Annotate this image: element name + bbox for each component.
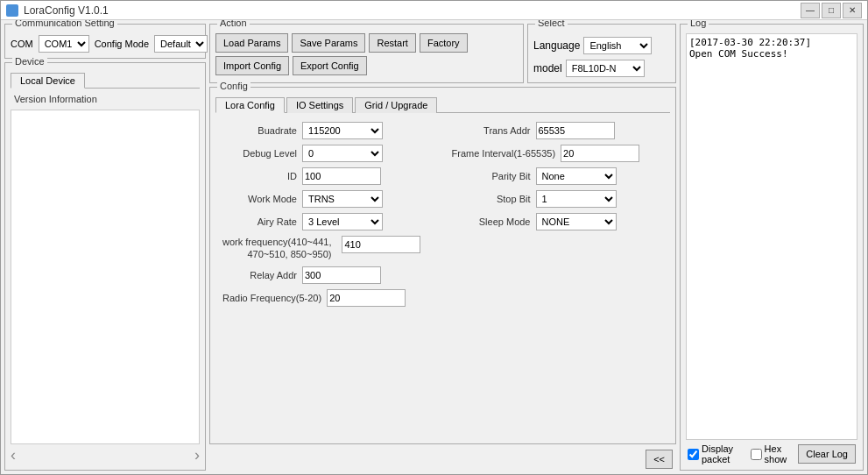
load-params-button[interactable]: Load Params <box>215 33 288 53</box>
log-content: [2017-03-30 22:20:37]Open COM Success! <box>686 33 857 440</box>
frame-interval-label: Frame Interval(1-65535) <box>452 148 556 159</box>
work-freq-label1: work frequency(410~441, <box>222 236 331 248</box>
grid-upgrade-tab[interactable]: Grid / Upgrade <box>355 97 437 113</box>
main-content: Communication Setting COM COM1 Config Mo… <box>1 20 867 474</box>
display-packet-checkbox[interactable] <box>688 449 699 460</box>
baudrate-row: Buadrate 115200 <box>222 122 434 139</box>
airy-rate-select[interactable]: 3 Level <box>302 213 383 230</box>
airy-rate-label: Airy Rate <box>222 216 297 227</box>
trans-addr-row: Trans Addr <box>452 122 664 139</box>
config-group-title: Config <box>217 81 251 91</box>
device-group-title: Device <box>12 56 47 67</box>
close-button[interactable]: ✕ <box>843 3 862 18</box>
sleep-mode-label: Sleep Mode <box>452 216 531 227</box>
baudrate-field-label: Buadrate <box>222 125 297 136</box>
title-bar: LoraConfig V1.0.1 — □ ✕ <box>1 1 867 20</box>
frame-interval-input[interactable] <box>561 145 639 162</box>
maximize-button[interactable]: □ <box>822 3 841 18</box>
device-tab-row: Local Device <box>11 72 200 89</box>
com-label: COM <box>11 39 33 49</box>
trans-addr-input[interactable] <box>536 122 615 139</box>
model-label: model <box>533 62 562 74</box>
save-params-button[interactable]: Save Params <box>292 33 365 53</box>
work-mode-select[interactable]: TRNS <box>302 190 383 208</box>
import-config-button[interactable]: Import Config <box>215 56 289 75</box>
baudrate-select[interactable]: 115200 <box>302 122 383 139</box>
log-footer: Display packet Hex show Clear Log <box>686 440 857 464</box>
parity-bit-select[interactable]: None <box>536 167 617 185</box>
display-packet-label: Display packet <box>702 443 744 464</box>
action-row2: Import Config Export Config <box>215 56 518 75</box>
radio-freq-input[interactable] <box>327 289 406 307</box>
id-label: ID <box>222 171 297 181</box>
main-window: LoraConfig V1.0.1 — □ ✕ Communication Se… <box>0 0 868 475</box>
sleep-mode-select[interactable]: NONE <box>536 213 617 230</box>
relay-addr-row: Relay Addr <box>222 266 434 284</box>
debug-level-row: Debug Level 0 <box>222 145 434 162</box>
select-fields: Language English model F8L10D-N <box>533 33 670 77</box>
relay-addr-label: Relay Addr <box>222 270 297 280</box>
restart-button[interactable]: Restart <box>369 33 415 53</box>
airy-rate-row: Airy Rate 3 Level <box>222 213 434 230</box>
frame-interval-row: Frame Interval(1-65535) <box>452 145 664 162</box>
clear-log-button[interactable]: Clear Log <box>798 444 856 464</box>
com-select[interactable]: COM1 <box>39 35 89 53</box>
config-group: Config Lora Config IO Settings Grid / Up… <box>209 87 676 444</box>
parity-bit-row: Parity Bit None <box>452 167 664 185</box>
display-packet-checkbox-label[interactable]: Display packet <box>688 443 744 464</box>
language-row: Language English <box>533 37 670 54</box>
hex-show-label: Hex show <box>765 443 792 464</box>
scroll-left-btn[interactable]: ‹ <box>11 446 16 464</box>
model-select[interactable]: F8L10D-N <box>566 60 645 77</box>
bottom-bar: << <box>209 448 676 471</box>
comm-group-title: Communication Setting <box>12 20 117 28</box>
relay-addr-input[interactable] <box>302 266 381 284</box>
parity-bit-label: Parity Bit <box>452 171 531 181</box>
hex-show-checkbox[interactable] <box>751 449 762 460</box>
config-tab-row: Lora Config IO Settings Grid / Upgrade <box>215 96 670 113</box>
version-label: Version Information <box>11 92 200 106</box>
model-row: model F8L10D-N <box>533 60 670 77</box>
log-group-title: Log <box>688 20 709 28</box>
minimize-button[interactable]: — <box>801 3 820 18</box>
log-text: [2017-03-30 22:20:37]Open COM Success! <box>689 37 811 60</box>
id-row: ID <box>222 167 434 185</box>
log-group: Log [2017-03-30 22:20:37]Open COM Succes… <box>680 24 864 471</box>
select-group-title: Select <box>535 20 568 28</box>
work-mode-label: Work Mode <box>222 194 297 204</box>
config-left-col: Buadrate 115200 Debug Level 0 <box>222 122 434 312</box>
io-settings-tab[interactable]: IO Settings <box>286 97 353 113</box>
config-mode-select[interactable]: Default <box>154 35 208 53</box>
window-controls: — □ ✕ <box>801 3 862 18</box>
work-freq-input[interactable] <box>342 236 420 253</box>
action-row1: Load Params Save Params Restart Factory <box>215 33 518 53</box>
radio-freq-row: Radio Frequency(5-20) <box>222 289 434 307</box>
comm-bar: COM COM1 Config Mode Default <box>11 33 200 53</box>
sleep-mode-row: Sleep Mode NONE <box>452 213 664 230</box>
hex-show-checkbox-label[interactable]: Hex show <box>751 443 792 464</box>
work-freq-label2: 470~510, 850~950) <box>222 248 331 260</box>
config-mode-label: Config Mode <box>95 39 149 49</box>
nav-back-button[interactable]: << <box>646 450 673 469</box>
action-select-row: Action Load Params Save Params Restart F… <box>209 24 676 83</box>
factory-button[interactable]: Factory <box>420 33 468 53</box>
left-panel: Communication Setting COM COM1 Config Mo… <box>4 24 206 471</box>
window-title: LoraConfig V1.0.1 <box>24 4 109 17</box>
action-group-title: Action <box>217 20 250 28</box>
export-config-button[interactable]: Export Config <box>293 56 367 75</box>
device-list <box>11 110 200 444</box>
debug-level-select[interactable]: 0 <box>302 145 383 162</box>
stop-bit-select[interactable]: 1 <box>536 190 617 208</box>
scroll-right-btn[interactable]: › <box>194 446 200 464</box>
id-input[interactable] <box>302 167 381 185</box>
stop-bit-row: Stop Bit 1 <box>452 190 664 208</box>
select-group: Select Language English model F8L10D-N <box>527 24 676 83</box>
work-freq-row: work frequency(410~441, 470~510, 850~950… <box>222 236 434 261</box>
lora-config-tab[interactable]: Lora Config <box>215 97 285 113</box>
action-group: Action Load Params Save Params Restart F… <box>209 24 524 83</box>
trans-addr-label: Trans Addr <box>452 125 531 136</box>
language-select[interactable]: English <box>583 37 652 54</box>
stop-bit-label: Stop Bit <box>452 194 531 204</box>
config-right-col: Trans Addr Frame Interval(1-65535) Parit… <box>452 122 664 312</box>
local-device-tab[interactable]: Local Device <box>11 73 85 89</box>
